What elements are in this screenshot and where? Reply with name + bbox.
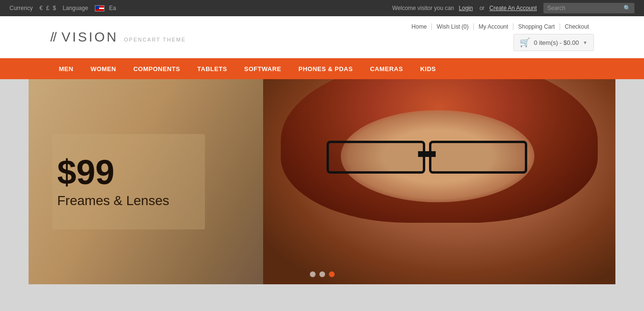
- logo-text: VISION: [61, 30, 118, 45]
- header-links: Home Wish List (0) My Account Shopping C…: [407, 23, 593, 30]
- nav-checkout[interactable]: Checkout: [560, 23, 594, 30]
- top-bar-left: Currency € £ $ Language Ea: [10, 5, 116, 11]
- hero-text-area: $99 Freames & Lenses: [57, 155, 169, 208]
- nav-item-software[interactable]: SOFTWARE: [235, 58, 290, 79]
- logo-tagline: OPENCART THEME: [124, 37, 186, 42]
- nav-item-cameras[interactable]: CAMERAS: [361, 58, 411, 79]
- nav-item-components[interactable]: COMPONENTS: [125, 58, 189, 79]
- search-button[interactable]: 🔍: [620, 3, 634, 13]
- top-bar: Currency € £ $ Language Ea Welcome visit…: [0, 0, 644, 16]
- main-navigation: MEN WOMEN COMPONENTS TABLETS SOFTWARE PH…: [0, 58, 644, 79]
- cart-dropdown-icon: ▼: [583, 40, 588, 45]
- hero-banner: $99 Freames & Lenses: [29, 79, 615, 284]
- hero-price: $99: [57, 155, 169, 189]
- logo-mark: //: [51, 30, 56, 45]
- carousel-dot-3[interactable]: [329, 271, 335, 277]
- currency-gbp[interactable]: £: [46, 5, 50, 11]
- welcome-text: Welcome visitor you can: [392, 5, 454, 11]
- currency-label: Currency: [10, 5, 33, 11]
- cart-label: 0 item(s) - $0.00: [534, 39, 579, 46]
- carousel-dot-1[interactable]: [310, 271, 316, 277]
- search-box[interactable]: 🔍: [543, 3, 634, 13]
- hero-glasses-bridge: [418, 151, 436, 157]
- nav-item-men[interactable]: MEN: [51, 58, 82, 79]
- nav-shoppingcart[interactable]: Shopping Cart: [513, 23, 560, 30]
- currency-eur[interactable]: €: [40, 5, 43, 11]
- create-account-link[interactable]: Create An Account: [490, 5, 537, 11]
- language-label: Language: [62, 5, 88, 11]
- top-bar-right: Welcome visitor you can Login or Create …: [392, 3, 634, 13]
- nav-home[interactable]: Home: [407, 23, 432, 30]
- nav-item-kids[interactable]: KIDS: [411, 58, 444, 79]
- hero-subtitle: Freames & Lenses: [57, 193, 169, 208]
- cart-area[interactable]: 🛒 0 item(s) - $0.00 ▼: [513, 34, 594, 51]
- language-name: Ea: [109, 5, 116, 11]
- login-link[interactable]: Login: [459, 5, 473, 11]
- hero-glasses-right: [429, 141, 528, 174]
- language-flag-icon[interactable]: [95, 5, 104, 11]
- carousel-dots: [310, 271, 335, 277]
- nav-item-phones[interactable]: PHONES & PDAS: [290, 58, 361, 79]
- carousel-dot-2[interactable]: [319, 271, 325, 277]
- search-input[interactable]: [543, 3, 620, 13]
- hero-glasses-left: [327, 141, 425, 174]
- currency-links: € £ $: [40, 5, 58, 11]
- cart-icon: 🛒: [520, 37, 530, 48]
- hero-person-silhouette: [263, 79, 615, 284]
- or-text: or: [480, 5, 485, 11]
- logo-area: // VISION OPENCART THEME: [51, 30, 186, 45]
- currency-usd[interactable]: $: [53, 5, 56, 11]
- header-nav: Home Wish List (0) My Account Shopping C…: [407, 23, 593, 51]
- nav-myaccount[interactable]: My Account: [474, 23, 513, 30]
- nav-item-tablets[interactable]: TABLETS: [189, 58, 235, 79]
- nav-item-women[interactable]: WOMEN: [82, 58, 125, 79]
- nav-wishlist[interactable]: Wish List (0): [432, 23, 474, 30]
